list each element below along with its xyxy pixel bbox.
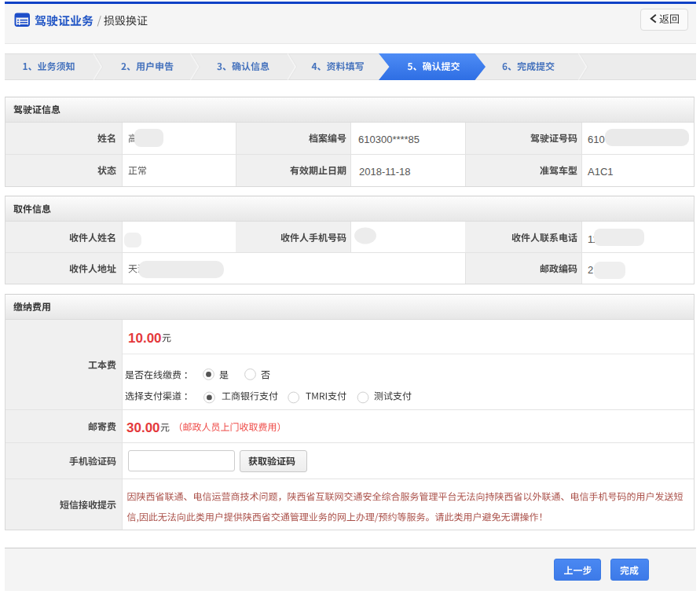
svg-text:30.00: 30.00	[126, 420, 160, 435]
svg-text:610300****85: 610300****85	[358, 134, 420, 145]
svg-text:2: 2	[588, 264, 593, 276]
svg-text:A1C1: A1C1	[588, 166, 614, 178]
svg-text:10.00: 10.00	[128, 331, 162, 346]
svg-text:2018-11-18: 2018-11-18	[359, 166, 411, 178]
svg-text:610: 610	[588, 134, 605, 145]
